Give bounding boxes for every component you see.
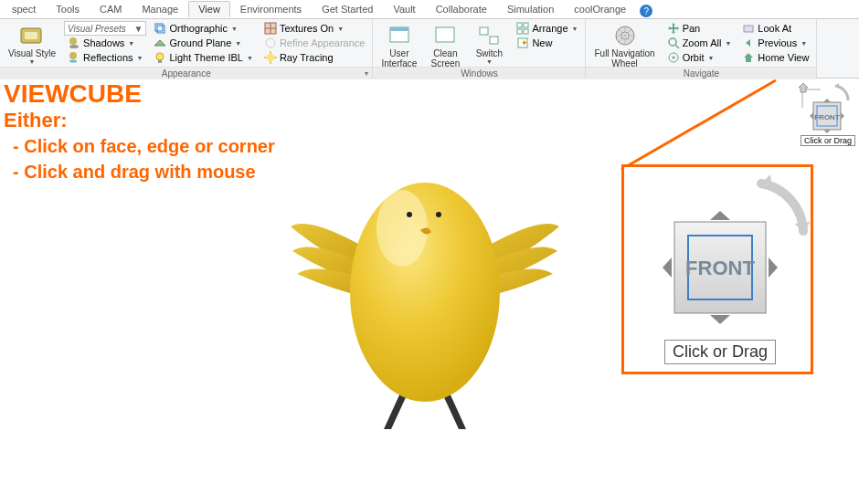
chevron-down-icon: ▼ [486, 58, 493, 65]
ground-plane-icon [154, 37, 166, 49]
tab-tools[interactable]: Tools [46, 1, 90, 17]
visual-presets-placeholder: Visual Presets [68, 24, 126, 34]
panel-appearance: Visual Style ▼ Visual Presets ▼ Shadows … [0, 19, 373, 78]
tab-get-started[interactable]: Get Started [312, 1, 383, 17]
panel-appearance-title: Appearance ▾ [0, 67, 372, 79]
user-interface-label: User Interface [381, 48, 417, 68]
textures-on-button[interactable]: Textures On ▼ [260, 21, 369, 36]
switch-button[interactable]: Switch ▼ [469, 21, 509, 68]
reflections-button[interactable]: Reflections ▼ [64, 50, 146, 65]
expand-icon[interactable]: ▾ [365, 68, 368, 80]
annotation-title: VIEWCUBE [4, 80, 275, 108]
svg-point-30 [376, 190, 428, 267]
previous-label: Previous [758, 37, 797, 48]
visual-style-icon [19, 24, 45, 47]
tab-collaborate[interactable]: Collaborate [426, 1, 497, 17]
svg-rect-20 [517, 29, 522, 34]
textures-icon [264, 22, 277, 35]
previous-button[interactable]: Previous ▼ [738, 36, 812, 50]
chevron-down-icon: ▼ [801, 40, 807, 47]
model-viewport[interactable] [274, 146, 576, 447]
orbit-button[interactable]: Orbit ▼ [663, 50, 736, 65]
orbit-label: Orbit [683, 52, 705, 63]
refine-appearance-button: Refine Appearance [260, 36, 369, 50]
visual-style-button[interactable]: Visual Style ▼ [4, 21, 60, 68]
svg-text:✦: ✦ [521, 38, 528, 47]
new-window-button[interactable]: ✦ New [513, 36, 581, 50]
tab-vault[interactable]: Vault [383, 1, 425, 17]
viewcube-small[interactable]: FRONT Click or Drag [795, 80, 855, 144]
svg-rect-16 [480, 27, 488, 35]
svg-marker-40 [794, 222, 811, 231]
svg-marker-35 [823, 99, 831, 102]
ray-tracing-button[interactable]: Ray Tracing [260, 50, 369, 65]
svg-rect-1 [25, 32, 37, 39]
svg-rect-15 [436, 27, 454, 42]
shadows-label: Shadows [83, 37, 124, 48]
orbit-icon [667, 51, 680, 64]
tab-environments[interactable]: Environments [230, 1, 312, 17]
tab-spect[interactable]: spect [2, 1, 46, 17]
tab-cam[interactable]: CAM [90, 1, 132, 17]
arrange-icon [516, 22, 529, 35]
svg-rect-6 [155, 24, 163, 31]
light-theme-button[interactable]: Light Theme IBL ▼ [150, 50, 256, 65]
chevron-down-icon: ▼ [572, 26, 578, 32]
svg-point-11 [266, 38, 275, 47]
panel-navigate-title: Navigate [586, 67, 816, 79]
visual-presets-combo[interactable]: Visual Presets ▼ [64, 21, 146, 36]
svg-marker-36 [823, 130, 831, 133]
nav-wheel-icon [612, 24, 638, 47]
panel-appearance-label: Appearance [162, 68, 211, 79]
svg-point-3 [69, 45, 79, 48]
panel-windows: User Interface Clean Screen Switch ▼ Arr… [373, 19, 586, 78]
svg-rect-17 [490, 37, 498, 44]
chevron-down-icon: ▼ [707, 55, 714, 61]
arrange-button[interactable]: Arrange ▼ [513, 21, 581, 36]
svg-point-5 [69, 60, 77, 63]
viewcube-tooltip-small: Click or Drag [801, 135, 855, 146]
shadows-button[interactable]: Shadows ▼ [64, 36, 146, 50]
tab-coolorange[interactable]: coolOrange [564, 1, 636, 17]
zoom-all-button[interactable]: Zoom All ▼ [663, 36, 736, 50]
home-view-button[interactable]: Home View [738, 50, 812, 65]
svg-point-28 [672, 57, 674, 59]
home-icon [742, 51, 755, 64]
svg-marker-37 [810, 112, 813, 120]
reflections-label: Reflections [83, 52, 133, 63]
viewcube-face: FRONT [814, 113, 840, 121]
tab-simulation[interactable]: Simulation [497, 1, 564, 17]
ground-plane-button[interactable]: Ground Plane ▼ [150, 36, 256, 50]
user-interface-button[interactable]: User Interface [376, 21, 421, 71]
chevron-down-icon: ▼ [29, 58, 36, 65]
orthographic-button[interactable]: Orthographic ▼ [150, 21, 256, 36]
svg-rect-21 [524, 29, 528, 34]
svg-rect-14 [390, 27, 408, 31]
textures-on-label: Textures On [280, 23, 334, 34]
help-icon[interactable]: ? [640, 5, 652, 17]
svg-marker-31 [835, 83, 839, 89]
viewcube-zoom-callout: FRONT Click or Drag [621, 164, 813, 374]
svg-point-26 [669, 38, 676, 46]
annotation-either: Either: [4, 108, 275, 133]
panel-windows-label: Windows [461, 68, 498, 79]
user-interface-icon [387, 24, 412, 47]
panel-navigate: Full Navigation Wheel Pan Zoom All ▼ Orb… [586, 19, 817, 78]
tab-manage[interactable]: Manage [132, 1, 188, 17]
nav-wheel-button[interactable]: Full Navigation Wheel [589, 21, 659, 71]
light-theme-label: Light Theme IBL [169, 52, 243, 63]
ray-tracing-label: Ray Tracing [280, 52, 334, 63]
bird-eye-right [436, 212, 441, 217]
orthographic-label: Orthographic [169, 23, 228, 34]
clean-screen-button[interactable]: Clean Screen [425, 21, 465, 71]
home-view-label: Home View [758, 52, 809, 63]
look-at-button[interactable]: Look At [738, 21, 812, 36]
pan-button[interactable]: Pan [663, 21, 736, 36]
panel-navigate-label: Navigate [684, 68, 719, 79]
svg-rect-19 [524, 23, 528, 27]
pan-icon [667, 22, 680, 35]
switch-label: Switch [476, 48, 503, 58]
viewcube-down-arrow [710, 315, 730, 324]
svg-rect-7 [157, 26, 164, 33]
tab-view[interactable]: View [188, 1, 230, 17]
